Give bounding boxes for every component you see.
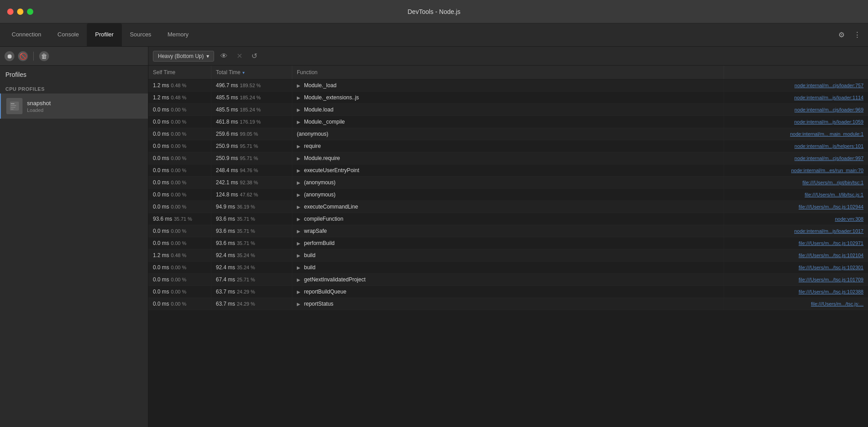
table-row[interactable]: 0.0 ms 0.00 %485.5 ms 185.24 %▶Module.lo… — [148, 104, 868, 116]
cell-url[interactable]: file:///Users/m...t/lib/tsc.js:1 — [724, 189, 868, 200]
cell-url[interactable]: node:internal/m... main_module:1 — [724, 128, 868, 140]
close-button[interactable] — [7, 9, 13, 15]
clear-icon[interactable]: ✕ — [234, 50, 245, 62]
tab-console[interactable]: Console — [49, 23, 87, 46]
table-row[interactable]: 0.0 ms 0.00 %93.6 ms 35.71 %▶performBuil… — [148, 237, 868, 249]
cell-total-time: 485.5 ms 185.24 % — [211, 104, 292, 116]
cell-function: ▶require — [292, 140, 724, 152]
table-row[interactable]: 1.2 ms 0.48 %496.7 ms 189.52 %▶Module._l… — [148, 80, 868, 92]
cell-url[interactable]: node:internal/m...cjs/loader:969 — [724, 104, 868, 116]
profile-item-snapshot[interactable]: snapshot Loaded — [0, 93, 148, 119]
cell-url[interactable]: file:///Users/m.../tsc.js:101709 — [724, 274, 868, 285]
table-row[interactable]: 0.0 ms 0.00 %259.6 ms 99.05 %(anonymous)… — [148, 128, 868, 140]
cell-function: ▶compileFunction — [292, 213, 724, 225]
expand-arrow-icon[interactable]: ▶ — [297, 229, 300, 234]
table-row[interactable]: 0.0 ms 0.00 %63.7 ms 24.29 %▶reportStatu… — [148, 298, 868, 310]
cell-function: ▶Module.load — [292, 104, 724, 116]
expand-arrow-icon[interactable]: ▶ — [297, 144, 300, 149]
header-self-time[interactable]: Self Time — [148, 66, 211, 79]
sidebar: ⏺ 🚫 🗑 Profiles CPU PROFILES snapshot Loa… — [0, 47, 148, 427]
expand-arrow-icon[interactable]: ▶ — [297, 156, 300, 161]
cell-total-time: 93.6 ms 35.71 % — [211, 213, 292, 225]
table-row[interactable]: 0.0 ms 0.00 %94.9 ms 36.19 %▶executeComm… — [148, 201, 868, 213]
cell-total-time: 485.5 ms 185.24 % — [211, 92, 292, 103]
record-button[interactable]: ⏺ — [4, 51, 14, 61]
expand-arrow-icon[interactable]: ▶ — [297, 205, 300, 209]
cell-url[interactable]: file:///Users/m.../tsc.js:102104 — [724, 249, 868, 261]
expand-arrow-icon[interactable]: ▶ — [297, 192, 300, 197]
profile-name: snapshot — [27, 100, 51, 107]
cell-url[interactable]: node:internal/m...js/loader:1059 — [724, 116, 868, 128]
expand-arrow-icon[interactable]: ▶ — [297, 83, 300, 88]
profile-info: snapshot Loaded — [27, 100, 51, 113]
svg-rect-3 — [11, 107, 15, 108]
table-row[interactable]: 0.0 ms 0.00 %461.8 ms 176.19 %▶Module._c… — [148, 116, 868, 128]
cell-url[interactable]: file:///Users/m.../tsc.js:... — [724, 298, 868, 310]
cell-url[interactable]: file:///Users/m...ript/bin/tsc:1 — [724, 177, 868, 188]
focus-icon[interactable]: 👁 — [218, 50, 230, 62]
expand-arrow-icon[interactable]: ▶ — [297, 168, 300, 173]
tab-profiler[interactable]: Profiler — [87, 23, 121, 46]
cell-url[interactable]: node:internal/m...js/loader:1017 — [724, 225, 868, 237]
table-body: 1.2 ms 0.48 %496.7 ms 189.52 %▶Module._l… — [148, 80, 868, 310]
titlebar: DevTools - Node.js — [0, 0, 868, 23]
table-row[interactable]: 0.0 ms 0.00 %63.7 ms 24.29 %▶reportBuild… — [148, 286, 868, 298]
expand-arrow-icon[interactable]: ▶ — [297, 265, 300, 270]
stop-button[interactable]: 🚫 — [18, 51, 28, 61]
table-row[interactable]: 0.0 ms 0.00 %248.4 ms 94.76 %▶executeUse… — [148, 165, 868, 177]
expand-arrow-icon[interactable]: ▶ — [297, 253, 300, 258]
tab-memory[interactable]: Memory — [159, 23, 197, 46]
chevron-down-icon: ▾ — [206, 53, 209, 59]
minimize-button[interactable] — [17, 9, 23, 15]
cell-self-time: 0.0 ms 0.00 % — [148, 237, 211, 249]
cell-url[interactable]: file:///Users/m.../tsc.js:102971 — [724, 237, 868, 249]
tab-connection[interactable]: Connection — [4, 23, 49, 46]
expand-arrow-icon[interactable]: ▶ — [297, 241, 300, 246]
header-total-time[interactable]: Total Time ▾ — [211, 66, 292, 79]
table-row[interactable]: 93.6 ms 35.71 %93.6 ms 35.71 %▶compileFu… — [148, 213, 868, 225]
delete-button[interactable]: 🗑 — [39, 51, 49, 61]
cell-function: ▶build — [292, 249, 724, 261]
table-row[interactable]: 1.2 ms 0.48 %92.4 ms 35.24 %▶buildfile:/… — [148, 249, 868, 262]
expand-arrow-icon[interactable]: ▶ — [297, 302, 300, 307]
cell-total-time: 93.6 ms 35.71 % — [211, 225, 292, 237]
cell-url[interactable]: node:internal/m...js/loader:1114 — [724, 92, 868, 103]
settings-icon[interactable]: ⚙ — [837, 29, 846, 41]
cell-url[interactable]: node:internal/m...es/run_main:70 — [724, 165, 868, 176]
window-controls — [7, 9, 33, 15]
expand-arrow-icon[interactable]: ▶ — [297, 289, 300, 294]
cpu-profiles-label: CPU PROFILES — [0, 82, 148, 93]
expand-arrow-icon[interactable]: ▶ — [297, 180, 300, 185]
table-row[interactable]: 0.0 ms 0.00 %242.1 ms 92.38 %▶(anonymous… — [148, 177, 868, 189]
cell-url[interactable]: node:internal/m...js/helpers:101 — [724, 140, 868, 152]
header-function: Function — [292, 66, 724, 79]
cell-url[interactable]: node:internal/m...cjs/loader:997 — [724, 152, 868, 164]
toolbar-divider — [33, 52, 34, 61]
maximize-button[interactable] — [27, 9, 33, 15]
expand-arrow-icon[interactable]: ▶ — [297, 95, 300, 100]
cell-url[interactable]: node:vm:308 — [724, 213, 868, 225]
cell-url[interactable]: file:///Users/m.../tsc.js:102301 — [724, 262, 868, 273]
expand-arrow-icon[interactable]: ▶ — [297, 277, 300, 282]
table-row[interactable]: 0.0 ms 0.00 %124.8 ms 47.62 %▶(anonymous… — [148, 189, 868, 201]
expand-arrow-icon[interactable]: ▶ — [297, 120, 300, 125]
cell-url[interactable]: file:///Users/m.../tsc.js:102388 — [724, 286, 868, 298]
cell-url[interactable]: node:internal/m...cjs/loader:757 — [724, 80, 868, 91]
expand-arrow-icon[interactable]: ▶ — [297, 217, 300, 222]
table-row[interactable]: 0.0 ms 0.00 %250.9 ms 95.71 %▶Module.req… — [148, 152, 868, 165]
cell-function: ▶executeCommandLine — [292, 201, 724, 213]
table-row[interactable]: 1.2 ms 0.48 %485.5 ms 185.24 %▶Module._e… — [148, 92, 868, 104]
table-row[interactable]: 0.0 ms 0.00 %93.6 ms 35.71 %▶wrapSafenod… — [148, 225, 868, 237]
view-mode-dropdown[interactable]: Heavy (Bottom Up) ▾ — [153, 51, 214, 62]
table-row[interactable]: 0.0 ms 0.00 %67.4 ms 25.71 %▶getNextInva… — [148, 274, 868, 286]
reload-icon[interactable]: ↺ — [249, 50, 260, 62]
expand-arrow-icon[interactable]: ▶ — [297, 107, 300, 112]
table-row[interactable]: 0.0 ms 0.00 %250.9 ms 95.71 %▶requirenod… — [148, 140, 868, 152]
cell-self-time: 0.0 ms 0.00 % — [148, 274, 211, 285]
cell-url[interactable]: file:///Users/m.../tsc.js:102944 — [724, 201, 868, 213]
cell-self-time: 0.0 ms 0.00 % — [148, 128, 211, 140]
more-options-icon[interactable]: ⋮ — [852, 29, 863, 41]
tab-sources[interactable]: Sources — [122, 23, 160, 46]
table-row[interactable]: 0.0 ms 0.00 %92.4 ms 35.24 %▶buildfile:/… — [148, 262, 868, 274]
cell-function: ▶Module.require — [292, 152, 724, 164]
